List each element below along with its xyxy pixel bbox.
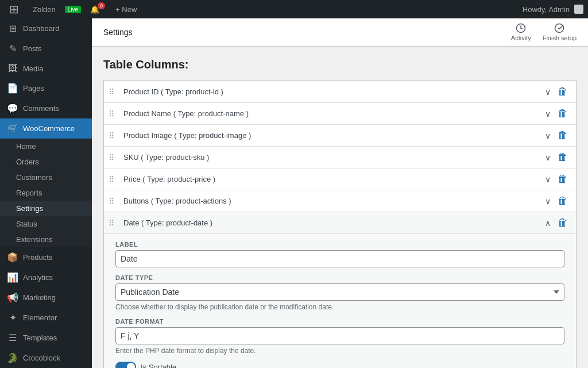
expand-button[interactable]: ∨	[541, 148, 554, 167]
notif-count: 0	[98, 2, 105, 9]
column-label: Date ( Type: product-date )	[119, 213, 537, 233]
templates-icon: ☰	[7, 332, 18, 343]
sidebar-item-marketing[interactable]: 📢 Marketing	[0, 288, 92, 308]
sortable-toggle[interactable]	[115, 362, 136, 368]
activity-button[interactable]: Activity	[511, 23, 531, 41]
label-input[interactable]	[115, 250, 564, 267]
expand-button[interactable]: ∨	[541, 105, 554, 123]
drag-handle[interactable]	[104, 82, 119, 102]
submenu-item-settings[interactable]: Settings	[0, 201, 92, 216]
notifications[interactable]: 🔔0	[86, 0, 106, 18]
date-type-select[interactable]: Publication Date	[115, 283, 564, 301]
row-actions: ∨ 🗑	[537, 168, 576, 190]
media-icon: 🖼	[7, 63, 18, 74]
submenu-item-extensions[interactable]: Extensions	[0, 232, 92, 247]
label-field-group: LABEL	[115, 241, 564, 267]
drag-handle[interactable]	[104, 147, 119, 168]
sidebar-item-label: Pages	[23, 84, 44, 93]
finish-setup-label: Finish setup	[543, 34, 577, 41]
sidebar-item-label: Dashboard	[23, 24, 60, 33]
column-label: Product Image ( Type: product-image )	[119, 125, 537, 145]
column-label: Product ID ( Type: product-id )	[119, 82, 537, 102]
drag-handle[interactable]	[104, 169, 119, 190]
delete-button[interactable]: 🗑	[554, 212, 571, 233]
drag-handle[interactable]	[104, 125, 119, 146]
finish-setup-button[interactable]: Finish setup	[543, 23, 577, 41]
sidebar-item-products[interactable]: 📦 Products	[0, 247, 92, 267]
date-type-field-group: DATE TYPE Publication Date Choose whethe…	[115, 274, 564, 311]
submenu-item-home[interactable]: Home	[0, 139, 92, 154]
sidebar-item-label: Analytics	[23, 273, 53, 282]
submenu-item-status[interactable]: Status	[0, 216, 92, 232]
sortable-label: Is Sortable	[141, 363, 176, 369]
admin-sidebar: ⊞ Dashboard ✎ Posts 🖼 Media 📄 Pages 💬 Co…	[0, 18, 92, 368]
expand-button[interactable]: ∨	[541, 126, 554, 145]
expand-button[interactable]: ∨	[541, 83, 554, 101]
sortable-field-group: Is Sortable Enable sorting for this colu…	[115, 362, 564, 368]
new-content-button[interactable]: + New	[111, 0, 141, 18]
delete-button[interactable]: 🗑	[554, 168, 571, 190]
date-format-input[interactable]	[115, 327, 564, 344]
date-type-hint: Choose whether to display the publicatio…	[115, 303, 564, 311]
sidebar-item-pages[interactable]: 📄 Pages	[0, 78, 92, 98]
sidebar-item-label: Templates	[23, 334, 57, 342]
expand-button[interactable]: ∨	[541, 170, 554, 189]
table-row: Price ( Type: product-price ) ∨ 🗑	[104, 168, 576, 190]
woocommerce-submenu: Home Orders Customers Reports Settings S…	[0, 139, 92, 247]
drag-handle[interactable]	[104, 191, 119, 212]
sidebar-item-label: Media	[23, 64, 43, 73]
row-actions: ∧ 🗑	[537, 212, 576, 233]
column-label: Price ( Type: product-price )	[119, 169, 537, 189]
collapse-button[interactable]: ∧	[541, 214, 554, 232]
sidebar-item-label: Products	[23, 253, 52, 262]
row-actions: ∨ 🗑	[537, 190, 576, 212]
table-row: Product ID ( Type: product-id ) ∨ 🗑	[104, 81, 576, 103]
sidebar-item-label: Marketing	[23, 293, 56, 302]
submenu-item-customers[interactable]: Customers	[0, 170, 92, 185]
dashboard-icon: ⊞	[7, 23, 18, 34]
delete-button[interactable]: 🗑	[554, 103, 571, 124]
sidebar-item-analytics[interactable]: 📊 Analytics	[0, 267, 92, 288]
delete-button[interactable]: 🗑	[554, 125, 571, 146]
expanded-table-row: Date ( Type: product-date ) ∧ 🗑 LABEL DA…	[104, 212, 576, 368]
sidebar-item-templates[interactable]: ☰ Templates	[0, 328, 92, 348]
sidebar-item-comments[interactable]: 💬 Comments	[0, 98, 92, 118]
columns-section: Product ID ( Type: product-id ) ∨ 🗑 Prod…	[103, 80, 577, 368]
column-label: Buttons ( Type: product-actions )	[119, 191, 537, 211]
sidebar-item-posts[interactable]: ✎ Posts	[0, 39, 92, 59]
site-name[interactable]: Zolden	[28, 0, 60, 18]
sidebar-item-media[interactable]: 🖼 Media	[0, 59, 92, 78]
sidebar-item-woocommerce[interactable]: 🛒 WooCommerce	[0, 118, 92, 139]
activity-icon	[516, 23, 526, 33]
sidebar-item-crocoblock[interactable]: 🐊 Crocoblock	[0, 348, 92, 368]
finish-setup-icon	[554, 23, 564, 33]
submenu-item-label: Reports	[16, 189, 42, 197]
sidebar-item-label: WooCommerce	[23, 124, 75, 133]
header-actions: Activity Finish setup	[511, 23, 577, 41]
column-label: SKU ( Type: product-sku )	[119, 147, 537, 167]
delete-button[interactable]: 🗑	[554, 147, 571, 168]
user-avatar[interactable]	[574, 5, 583, 14]
row-actions: ∨ 🗑	[537, 125, 576, 146]
submenu-item-reports[interactable]: Reports	[0, 185, 92, 201]
submenu-item-label: Extensions	[16, 235, 53, 244]
elementor-icon: ✦	[7, 312, 18, 323]
main-wrap: Table Columns: Product ID ( Type: produc…	[92, 47, 588, 368]
main-content: Settings Activity Finish setup Table Col…	[92, 18, 588, 368]
date-format-field-group: DATE FORMAT Enter the PHP date format to…	[115, 318, 564, 355]
drag-handle[interactable]	[104, 213, 119, 233]
pages-icon: 📄	[7, 83, 18, 94]
delete-button[interactable]: 🗑	[554, 81, 571, 102]
wp-logo-icon[interactable]: ⊞	[5, 0, 24, 18]
sidebar-item-elementor[interactable]: ✦ Elementor	[0, 308, 92, 328]
submenu-item-orders[interactable]: Orders	[0, 154, 92, 170]
sidebar-item-label: Comments	[23, 104, 59, 113]
sidebar-item-dashboard[interactable]: ⊞ Dashboard	[0, 18, 92, 39]
submenu-item-label: Orders	[16, 158, 39, 166]
expand-button[interactable]: ∨	[541, 192, 554, 210]
activity-label: Activity	[511, 34, 531, 41]
sidebar-item-label: Elementor	[23, 313, 57, 322]
delete-button[interactable]: 🗑	[554, 190, 571, 212]
table-row: SKU ( Type: product-sku ) ∨ 🗑	[104, 147, 576, 168]
drag-handle[interactable]	[104, 103, 119, 124]
